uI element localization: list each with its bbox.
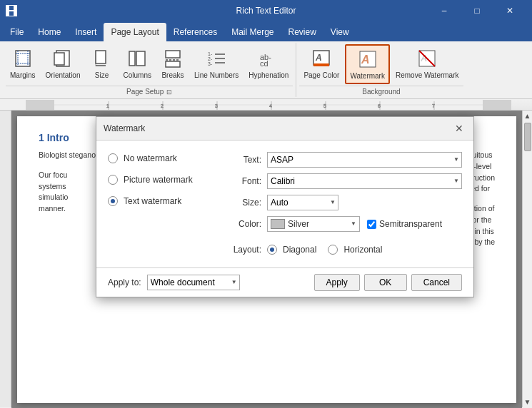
svg-text:5: 5 xyxy=(323,103,326,108)
tab-review[interactable]: Review xyxy=(281,23,323,41)
layout-row: Layout: Diagonal Horizontal xyxy=(229,243,462,256)
margins-button[interactable]: Margins xyxy=(6,44,40,83)
watermark-dialog: Watermark ✕ No watermark xyxy=(96,116,474,297)
svg-rect-6 xyxy=(54,53,64,65)
app-icon xyxy=(6,5,17,16)
ribbon-tabs: File Home Insert Page Layout References … xyxy=(0,21,532,41)
margins-icon xyxy=(11,47,34,70)
svg-rect-32 xyxy=(26,100,54,110)
watermark-button[interactable]: A Watermark xyxy=(345,44,390,84)
size-button[interactable]: Size xyxy=(86,44,118,83)
page-setup-expand-icon[interactable]: ⊡ xyxy=(166,88,172,96)
tab-page-layout[interactable]: Page Layout xyxy=(104,23,166,41)
no-watermark-label: No watermark xyxy=(124,152,177,165)
main-content: 1 Intro Biologist stegano acknowledged o… xyxy=(0,111,532,407)
scroll-thumb[interactable] xyxy=(524,123,531,151)
ok-button[interactable]: OK xyxy=(364,274,407,291)
maximize-button[interactable]: □ xyxy=(461,0,493,21)
svg-text:7: 7 xyxy=(432,103,435,108)
ribbon-page-setup-items: Margins Orientation xyxy=(6,44,293,84)
orientation-label: Orientation xyxy=(46,71,81,80)
background-group-label: Background xyxy=(299,86,463,96)
remove-watermark-button[interactable]: A Remove Watermark xyxy=(391,44,463,82)
svg-text:2-: 2- xyxy=(208,56,213,61)
picture-watermark-option[interactable]: Picture watermark xyxy=(108,173,215,186)
horizontal-label: Horizontal xyxy=(343,243,382,256)
svg-rect-7 xyxy=(96,51,106,63)
scroll-down-button[interactable]: ▼ xyxy=(524,397,531,407)
svg-text:A: A xyxy=(315,53,322,63)
picture-watermark-radio[interactable] xyxy=(108,175,118,185)
scroll-up-button[interactable]: ▲ xyxy=(524,111,531,121)
tab-insert[interactable]: Insert xyxy=(68,23,104,41)
ribbon-group-page-setup: Margins Orientation xyxy=(3,43,296,97)
svg-text:4: 4 xyxy=(269,103,272,108)
background-label-text: Background xyxy=(362,88,400,96)
layout-label: Layout: xyxy=(229,243,261,256)
svg-text:2: 2 xyxy=(161,103,164,108)
semitransparent-label: Semitransparent xyxy=(379,218,442,230)
minimize-button[interactable]: – xyxy=(428,0,461,21)
page-color-button[interactable]: A Page Color xyxy=(299,44,343,83)
font-select-wrapper: Calibri Arial Times New Roman ▼ xyxy=(267,173,462,189)
horizontal-radio[interactable] xyxy=(328,245,338,255)
size-field-row: Size: Auto 40 60 80 ▼ xyxy=(229,195,462,210)
tab-file[interactable]: File xyxy=(3,23,31,41)
svg-text:6: 6 xyxy=(378,103,381,108)
text-watermark-label: Text watermark xyxy=(124,195,181,208)
apply-button[interactable]: Apply xyxy=(314,274,360,291)
hyphenation-button[interactable]: ab- cd Hyphenation xyxy=(244,44,293,83)
ruler-bar: 1 2 3 4 5 6 7 xyxy=(0,99,532,111)
watermark-icon: A xyxy=(356,48,379,71)
size-icon xyxy=(91,47,114,70)
diagonal-radio[interactable] xyxy=(267,245,277,255)
page-setup-label-text: Page Setup xyxy=(126,88,164,96)
color-select-wrapper: Silver ▼ xyxy=(267,216,360,232)
scroll-bar-right: ▲ ▼ xyxy=(522,111,532,407)
no-watermark-option[interactable]: No watermark xyxy=(108,152,215,165)
tab-home[interactable]: Home xyxy=(31,23,68,41)
font-select[interactable]: Calibri Arial Times New Roman xyxy=(267,173,462,189)
columns-button[interactable]: Columns xyxy=(119,44,156,83)
color-field-row: Color: Silver ▼ xyxy=(229,216,462,232)
font-field-row: Font: Calibri Arial Times New Roman ▼ xyxy=(229,173,462,189)
dialog-title-bar: Watermark ✕ xyxy=(96,117,473,141)
line-numbers-label: Line Numbers xyxy=(194,71,239,80)
diagonal-label: Diagonal xyxy=(283,243,316,256)
horizontal-option[interactable]: Horizontal xyxy=(328,243,382,256)
orientation-button[interactable]: Orientation xyxy=(41,44,85,83)
no-watermark-radio[interactable] xyxy=(108,153,118,163)
orientation-icon xyxy=(51,47,74,70)
ribbon-group-background: A Page Color A Watermark A xyxy=(296,43,466,97)
close-button[interactable]: ✕ xyxy=(493,0,526,21)
svg-rect-10 xyxy=(129,51,135,66)
columns-icon xyxy=(126,47,149,70)
line-numbers-button[interactable]: 1- 2- 3- Line Numbers xyxy=(190,44,243,83)
dialog-close-button[interactable]: ✕ xyxy=(452,121,466,136)
text-watermark-option[interactable]: Text watermark xyxy=(108,195,215,208)
apply-to-select[interactable]: Whole document This section Selected pag… xyxy=(147,275,240,290)
document-page: 1 Intro Biologist stegano acknowledged o… xyxy=(17,116,516,403)
svg-text:3: 3 xyxy=(215,103,218,108)
dialog-right-panel: Text: ASAP CONFIDENTIAL DRAFT URGENT ▼ xyxy=(229,152,462,256)
ribbon: Margins Orientation xyxy=(0,41,532,99)
footer-buttons: Apply OK Cancel xyxy=(314,274,462,291)
margins-label: Margins xyxy=(10,71,36,80)
ruler-content: 1 2 3 4 5 6 7 xyxy=(26,100,532,110)
diagonal-option[interactable]: Diagonal xyxy=(267,243,316,256)
breaks-button[interactable]: Breaks xyxy=(157,44,189,83)
tab-view[interactable]: View xyxy=(323,23,356,41)
tab-references[interactable]: References xyxy=(166,23,224,41)
ribbon-background-items: A Page Color A Watermark A xyxy=(299,44,463,84)
text-watermark-radio[interactable] xyxy=(108,196,118,206)
color-select-arrow: ▼ xyxy=(351,220,356,228)
semitransparent-checkbox[interactable] xyxy=(367,220,376,229)
cancel-button[interactable]: Cancel xyxy=(411,274,462,291)
tab-mail-merge[interactable]: Mail Merge xyxy=(224,23,281,41)
page-color-label: Page Color xyxy=(303,71,339,80)
text-select[interactable]: ASAP CONFIDENTIAL DRAFT URGENT xyxy=(267,152,462,168)
picture-watermark-label: Picture watermark xyxy=(124,173,193,186)
size-select[interactable]: Auto 40 60 80 xyxy=(267,195,338,210)
svg-rect-33 xyxy=(483,100,511,110)
svg-text:1: 1 xyxy=(106,103,109,108)
